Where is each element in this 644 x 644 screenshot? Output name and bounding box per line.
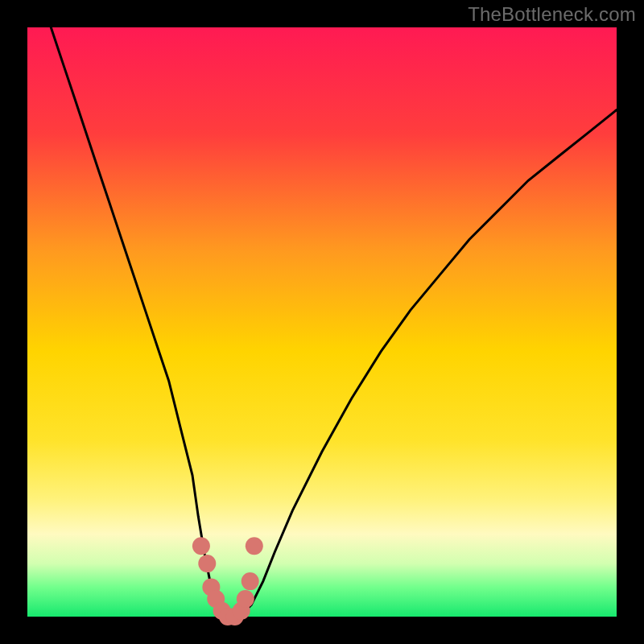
highlight-point bbox=[198, 555, 216, 572]
outer-frame: TheBottleneck.com bbox=[0, 0, 644, 644]
highlight-point bbox=[246, 537, 263, 555]
highlight-point bbox=[237, 590, 254, 608]
highlight-point bbox=[192, 537, 210, 555]
watermark-text: TheBottleneck.com bbox=[468, 3, 636, 26]
highlight-point bbox=[242, 572, 259, 590]
bottleneck-chart bbox=[0, 0, 644, 644]
plot-background bbox=[27, 27, 617, 617]
